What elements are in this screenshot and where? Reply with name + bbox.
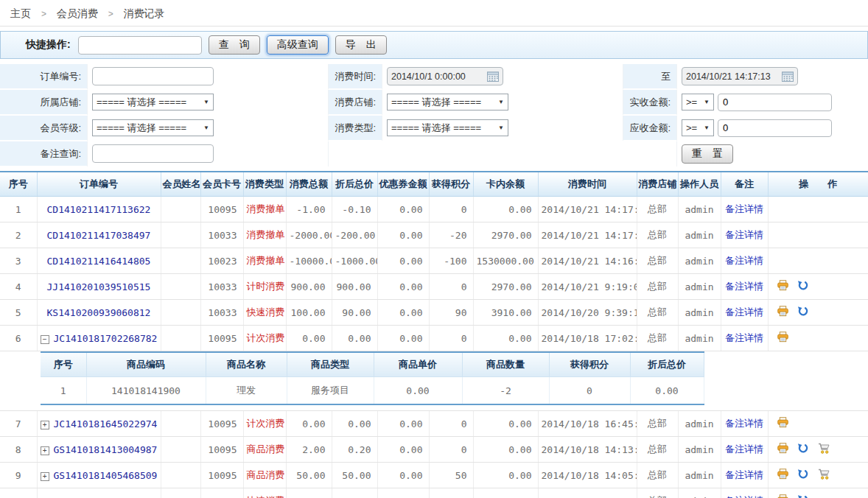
advanced-query-button[interactable]: 高级查询 <box>267 35 329 55</box>
receivable-amount-input[interactable] <box>718 119 832 137</box>
table-row: 1 CD1410211417113622 10095 消费撤单 -1.00 -0… <box>0 197 868 222</box>
table-row: 4 JJ1410201039510515 10033 计时消费 900.00 9… <box>0 274 868 300</box>
chevron-down-icon: ▼ <box>203 99 209 105</box>
expand-toggle-icon[interactable]: + <box>41 421 49 429</box>
time-to-value: 2014/10/21 14:17:13 <box>686 71 771 82</box>
undo-icon[interactable] <box>797 469 808 482</box>
print-icon[interactable] <box>777 280 788 293</box>
note-detail-link[interactable]: 备注详情 <box>725 306 763 318</box>
total-amount-cell: 0.00 <box>286 326 332 351</box>
total-amount-cell: 500.00 <box>286 488 332 498</box>
coupon-amount-cell: 0.00 <box>377 300 429 326</box>
consume-type-select[interactable]: ===== 请选择 =====▼ <box>387 119 508 136</box>
receivable-amount-operator-select[interactable]: >=▼ <box>682 119 714 136</box>
time-from-picker[interactable]: 2014/10/1 0:00:00 <box>387 67 503 85</box>
note-detail-link[interactable]: 备注详情 <box>725 255 763 266</box>
print-icon[interactable] <box>777 443 788 456</box>
sub-item-product-code: 141018141900 <box>86 377 206 405</box>
order-number-link[interactable]: JC1410181702268782 <box>54 333 158 344</box>
note-detail-link[interactable]: 备注详情 <box>725 469 763 480</box>
header-order-no: 订单编号 <box>37 172 161 197</box>
row-actions <box>768 197 868 222</box>
header-index: 序号 <box>0 172 37 197</box>
note-detail-link[interactable]: 备注详情 <box>725 418 763 429</box>
consume-type-cell: 商品消费 <box>243 437 286 463</box>
breadcrumb-home[interactable]: 主页 <box>10 7 31 19</box>
paid-amount-input[interactable] <box>718 94 832 111</box>
discounted-price-cell: 0.00 <box>332 326 377 351</box>
note-detail-link[interactable]: 备注详情 <box>725 332 763 343</box>
points-earned-cell: 450 <box>429 488 473 498</box>
time-from-value: 2014/10/1 0:00:00 <box>391 71 466 82</box>
reset-button[interactable]: 重 置 <box>682 144 733 164</box>
time-to-picker[interactable]: 2014/10/21 14:17:13 <box>682 67 798 85</box>
points-earned-cell: 0 <box>429 197 473 222</box>
card-balance-cell: 0.00 <box>473 463 538 488</box>
order-number-link[interactable]: KS1410161742336303 <box>47 496 151 498</box>
paid-amount-operator-select[interactable]: >=▼ <box>682 94 714 111</box>
order-cell: +GS1410181405468509 <box>37 463 161 488</box>
note-detail-link[interactable]: 备注详情 <box>725 229 763 240</box>
print-icon[interactable] <box>777 332 788 345</box>
order-number-link[interactable]: GS1410181413004987 <box>54 444 158 455</box>
time-to-label: 至 <box>623 64 676 90</box>
print-icon[interactable] <box>777 494 788 498</box>
export-button[interactable]: 导 出 <box>335 35 387 55</box>
order-number-link[interactable]: CD1410211417038497 <box>47 230 151 241</box>
order-cell: +JC1410181645022974 <box>37 411 161 437</box>
sub-item-product-name: 理发 <box>206 377 287 405</box>
member-level-select[interactable]: ===== 请选择 =====▼ <box>92 119 214 136</box>
row-actions <box>768 222 868 248</box>
sub-table-item-row: 1 141018141900 理发 服务项目 0.00 -2 0 0.00 <box>41 377 704 405</box>
discounted-price-cell: -0.10 <box>332 197 377 222</box>
note-search-input[interactable] <box>92 144 214 163</box>
print-icon[interactable] <box>777 417 788 430</box>
order-cell: CD1410211417038497 <box>37 222 161 248</box>
expand-toggle-icon[interactable]: + <box>41 446 49 455</box>
quick-search-input[interactable] <box>78 36 202 55</box>
card-number-cell: 10095 <box>200 463 243 488</box>
consume-time-cell: 2014/10/21 14:16:41 <box>538 248 637 274</box>
points-earned-cell: -20 <box>429 222 473 248</box>
query-button[interactable]: 查 询 <box>209 35 260 55</box>
undo-icon[interactable] <box>797 494 808 498</box>
order-number-link[interactable]: CD1410211416414805 <box>47 256 151 267</box>
note-detail-link[interactable]: 备注详情 <box>725 443 763 455</box>
note-cell: 备注详情 <box>721 326 768 351</box>
coupon-amount-cell: 0.00 <box>377 248 429 274</box>
consume-shop-select[interactable]: ===== 请选择 =====▼ <box>387 94 508 111</box>
note-detail-link[interactable]: 备注详情 <box>725 281 763 292</box>
expand-toggle-icon[interactable]: − <box>41 335 49 344</box>
undo-icon[interactable] <box>797 280 808 293</box>
order-no-filter-input[interactable] <box>92 67 214 85</box>
cart-icon[interactable] <box>818 469 830 482</box>
undo-icon[interactable] <box>797 306 808 319</box>
order-number-link[interactable]: CD1410211417113622 <box>47 204 151 215</box>
consume-time-cell: 2014/10/18 16:45:02 <box>538 411 637 437</box>
row-index: 6 <box>0 326 37 351</box>
header-total-amount: 消费总额 <box>286 172 332 197</box>
sub-header-unit-price: 商品单价 <box>374 352 462 377</box>
discounted-price-cell: -200.00 <box>332 222 377 248</box>
print-icon[interactable] <box>777 469 788 482</box>
note-detail-link[interactable]: 备注详情 <box>725 203 763 214</box>
expand-toggle-icon[interactable]: + <box>41 472 49 481</box>
chevron-down-icon: ▼ <box>704 124 710 131</box>
member-level-filter-label: 会员等级: <box>0 116 87 141</box>
own-shop-select[interactable]: ===== 请选择 =====▼ <box>92 94 214 111</box>
order-number-link[interactable]: JJ1410201039510515 <box>47 281 151 292</box>
note-detail-link[interactable]: 备注详情 <box>725 495 763 498</box>
undo-icon[interactable] <box>797 443 808 456</box>
print-icon[interactable] <box>777 306 788 319</box>
cart-icon[interactable] <box>818 443 830 456</box>
card-number-cell: 10095 <box>200 326 243 351</box>
card-number-cell: 10033 <box>200 274 243 300</box>
order-number-link[interactable]: JC1410181645022974 <box>54 418 158 429</box>
calendar-icon <box>487 71 499 82</box>
breadcrumb-member-consume[interactable]: 会员消费 <box>57 7 98 19</box>
card-number-cell: 77250 <box>200 488 243 498</box>
order-number-link[interactable]: GS1410181405468509 <box>54 470 158 481</box>
card-balance-cell: 3910.00 <box>473 300 538 326</box>
order-number-link[interactable]: KS1410200939060812 <box>47 307 151 318</box>
table-row: 8 +GS1410181413004987 10095 商品消费 2.00 0.… <box>0 437 868 463</box>
